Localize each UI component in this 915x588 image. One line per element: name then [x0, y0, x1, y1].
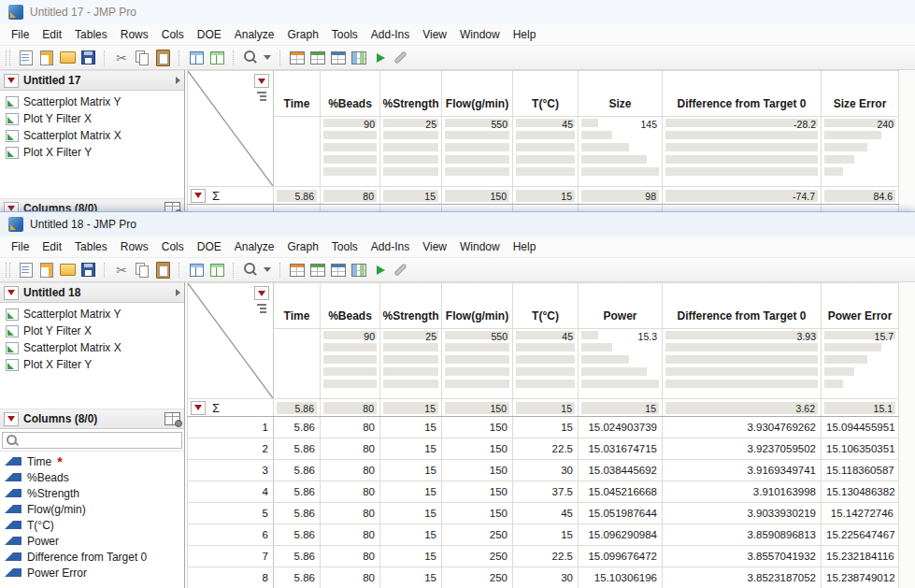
data-cell[interactable]: 15.232184116	[822, 546, 899, 567]
zoom-icon[interactable]	[241, 49, 260, 66]
data-cell[interactable]: 15.045216668	[579, 481, 663, 503]
data-cell[interactable]: 15.099676472	[579, 546, 663, 567]
row-number-cell[interactable]: 7	[188, 546, 274, 567]
column-range-min-cell[interactable]: 80	[321, 399, 380, 417]
data-cell[interactable]: 80	[321, 438, 380, 460]
column-filter-cell[interactable]: 145	[579, 117, 663, 187]
data-cell[interactable]: 80	[321, 481, 380, 503]
summary-table-icon[interactable]	[288, 261, 307, 279]
column-header[interactable]: Flow(g/min)	[442, 283, 513, 329]
column-header[interactable]: Size Error	[822, 71, 899, 117]
columns-search-box[interactable]	[2, 432, 182, 449]
data-cell[interactable]: 150	[442, 503, 513, 524]
column-list-item[interactable]: Power	[0, 533, 184, 549]
data-cell[interactable]: 5.86	[274, 481, 321, 503]
rows-summary-cell[interactable]: Σ	[188, 187, 274, 205]
run-script-icon[interactable]	[370, 49, 389, 66]
column-range-min-cell[interactable]: 3.62	[663, 399, 822, 417]
column-header[interactable]: Size	[579, 71, 663, 117]
menu-item[interactable]: Add-Ins	[365, 26, 416, 43]
column-range-min-cell[interactable]: 80	[321, 187, 380, 205]
column-header[interactable]: Flow(g/min)	[442, 71, 513, 117]
columns-red-triangle-menu-icon[interactable]	[4, 412, 19, 426]
column-filter-cell[interactable]: 90	[321, 329, 380, 399]
column-filter-cell[interactable]: 240	[822, 117, 899, 187]
new-data-table-icon[interactable]	[17, 49, 36, 66]
subset-table-icon[interactable]	[308, 49, 327, 66]
data-cell[interactable]: 250	[442, 546, 513, 567]
new-journal-icon[interactable]	[37, 261, 56, 279]
data-cell[interactable]: 15.225647467	[822, 524, 899, 546]
column-filter-cell[interactable]	[274, 329, 321, 399]
column-filter-cell[interactable]: 45	[513, 329, 579, 399]
column-range-min-cell[interactable]: 150	[442, 399, 513, 417]
data-cell[interactable]: 80	[321, 546, 380, 567]
data-cell[interactable]: 22.5	[513, 438, 579, 460]
data-cell[interactable]: 3.8590896813	[663, 524, 822, 546]
data-cell[interactable]: 5.86	[274, 460, 321, 481]
menu-item[interactable]: Rows	[114, 26, 155, 43]
row-number-cell[interactable]: 6	[188, 524, 274, 546]
copy-table-icon[interactable]	[187, 49, 206, 66]
data-cell[interactable]: 15	[380, 460, 442, 481]
column-range-min-cell[interactable]: 15	[513, 187, 579, 205]
data-cell[interactable]: 15	[380, 438, 442, 460]
data-cell[interactable]: 15	[380, 417, 442, 438]
data-cell[interactable]: 15.130486382	[822, 481, 899, 503]
data-cell[interactable]: 5.86	[274, 503, 321, 524]
column-list-item[interactable]: Power Error	[0, 565, 184, 581]
table-panel-header[interactable]: Untitled 17	[0, 70, 184, 91]
data-cell[interactable]: 250	[442, 524, 513, 546]
data-cell[interactable]: 15.038445692	[579, 460, 663, 481]
data-cell[interactable]: 3.8523187052	[663, 567, 822, 588]
data-cell[interactable]: 236.69340087	[822, 205, 899, 212]
column-list-item[interactable]: Difference from Target 0	[0, 549, 184, 565]
table-corner[interactable]	[188, 283, 274, 399]
table-red-triangle-menu-icon[interactable]	[4, 286, 19, 300]
menu-item[interactable]: View	[416, 238, 453, 255]
menu-item[interactable]: Rows	[114, 238, 155, 255]
columns-panel-settings-icon[interactable]	[164, 412, 180, 425]
data-cell[interactable]: 3.9237059502	[663, 438, 822, 460]
row-number-cell[interactable]: 8	[188, 567, 274, 588]
data-cell[interactable]: 3.9304769262	[663, 417, 822, 438]
data-cell[interactable]: 22.5	[513, 546, 579, 567]
run-script-icon[interactable]	[370, 261, 389, 279]
data-cell[interactable]: 15	[513, 524, 579, 546]
save-icon[interactable]	[79, 49, 97, 66]
column-filter-cell[interactable]: 45	[513, 117, 579, 187]
column-filter-cell[interactable]: 25	[380, 329, 442, 399]
summary-table-icon[interactable]	[288, 49, 307, 66]
data-cell[interactable]: 150	[442, 417, 513, 438]
data-cell[interactable]: 80	[321, 417, 380, 438]
column-range-min-cell[interactable]: 15	[380, 187, 442, 205]
column-range-min-cell[interactable]: 5.86	[274, 187, 321, 205]
report-list-item[interactable]: Scatterplot Matrix Y	[0, 306, 184, 323]
hierarchy-icon[interactable]	[257, 91, 267, 101]
panel-collapse-arrow-icon[interactable]	[176, 289, 180, 296]
column-header[interactable]: Power	[579, 283, 663, 329]
copy-table-icon[interactable]	[187, 261, 206, 279]
column-header[interactable]: Time	[274, 71, 321, 117]
column-header[interactable]: %Strength	[380, 283, 442, 329]
menu-item[interactable]: DOE	[191, 26, 228, 43]
data-cell[interactable]: 150	[442, 481, 513, 503]
report-list-item[interactable]: Plot X Filter Y	[0, 144, 184, 161]
column-range-min-cell[interactable]: -74.7	[663, 187, 822, 205]
data-cell[interactable]: 15	[380, 524, 442, 546]
menu-item[interactable]: Add-Ins	[365, 238, 416, 255]
column-list-item[interactable]: Flow(g/min)	[0, 501, 184, 517]
data-cell[interactable]: 5.86	[274, 438, 321, 460]
column-list-item[interactable]: Time *	[0, 453, 184, 469]
column-range-min-cell[interactable]: 150	[442, 187, 513, 205]
data-cell[interactable]: 15	[380, 481, 442, 503]
data-cell[interactable]: 15	[380, 503, 442, 524]
copy-icon[interactable]	[133, 261, 151, 279]
column-list-item[interactable]: T(°C)	[0, 517, 184, 533]
rows-menu-icon[interactable]	[191, 401, 206, 415]
data-cell[interactable]: 80	[321, 503, 380, 524]
data-cell[interactable]: 15.238749012	[822, 567, 899, 588]
column-header[interactable]: Difference from Target 0	[663, 71, 822, 117]
snapshot-icon[interactable]	[207, 49, 226, 66]
data-cell[interactable]: 5.86	[274, 546, 321, 567]
